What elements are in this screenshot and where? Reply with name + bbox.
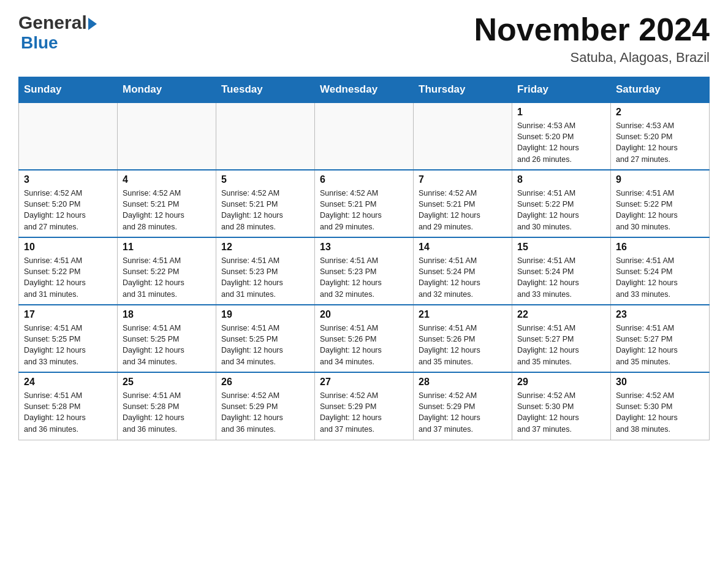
day-number: 3 (24, 174, 112, 185)
day-number: 11 (123, 242, 211, 253)
day-info: Sunrise: 4:51 AM Sunset: 5:22 PM Dayligh… (123, 255, 211, 300)
day-number: 28 (419, 377, 507, 388)
calendar-cell: 8Sunrise: 4:51 AM Sunset: 5:22 PM Daylig… (512, 170, 611, 237)
day-info: Sunrise: 4:51 AM Sunset: 5:22 PM Dayligh… (24, 255, 112, 300)
day-number: 23 (616, 309, 704, 320)
day-header-tuesday: Tuesday (216, 77, 315, 103)
calendar-cell: 28Sunrise: 4:52 AM Sunset: 5:29 PM Dayli… (414, 372, 512, 440)
day-info: Sunrise: 4:51 AM Sunset: 5:22 PM Dayligh… (517, 188, 605, 232)
day-info: Sunrise: 4:52 AM Sunset: 5:29 PM Dayligh… (320, 390, 408, 435)
day-info: Sunrise: 4:52 AM Sunset: 5:21 PM Dayligh… (419, 188, 507, 232)
day-number: 25 (123, 377, 211, 388)
calendar-cell: 4Sunrise: 4:52 AM Sunset: 5:21 PM Daylig… (118, 170, 216, 237)
day-info: Sunrise: 4:52 AM Sunset: 5:30 PM Dayligh… (616, 390, 704, 435)
location-title: Satuba, Alagoas, Brazil (474, 50, 710, 66)
day-number: 13 (320, 242, 408, 253)
day-number: 8 (517, 174, 605, 185)
day-info: Sunrise: 4:52 AM Sunset: 5:30 PM Dayligh… (517, 390, 605, 435)
day-info: Sunrise: 4:51 AM Sunset: 5:22 PM Dayligh… (616, 188, 704, 232)
day-number: 26 (221, 377, 309, 388)
day-number: 27 (320, 377, 408, 388)
logo-arrow-icon (88, 18, 97, 30)
calendar-cell (315, 102, 414, 170)
day-number: 14 (419, 242, 507, 253)
day-info: Sunrise: 4:51 AM Sunset: 5:24 PM Dayligh… (419, 255, 507, 300)
day-info: Sunrise: 4:51 AM Sunset: 5:24 PM Dayligh… (517, 255, 605, 300)
calendar-cell: 7Sunrise: 4:52 AM Sunset: 5:21 PM Daylig… (414, 170, 512, 237)
calendar-cell: 27Sunrise: 4:52 AM Sunset: 5:29 PM Dayli… (315, 372, 414, 440)
day-info: Sunrise: 4:52 AM Sunset: 5:29 PM Dayligh… (221, 390, 309, 435)
day-number: 12 (221, 242, 309, 253)
day-info: Sunrise: 4:51 AM Sunset: 5:25 PM Dayligh… (221, 323, 309, 367)
calendar-cell: 5Sunrise: 4:52 AM Sunset: 5:21 PM Daylig… (216, 170, 315, 237)
calendar-header-row: SundayMondayTuesdayWednesdayThursdayFrid… (19, 77, 710, 103)
calendar-cell: 22Sunrise: 4:51 AM Sunset: 5:27 PM Dayli… (512, 305, 611, 372)
week-row: 10Sunrise: 4:51 AM Sunset: 5:22 PM Dayli… (19, 237, 710, 305)
calendar-cell: 29Sunrise: 4:52 AM Sunset: 5:30 PM Dayli… (512, 372, 611, 440)
day-info: Sunrise: 4:51 AM Sunset: 5:25 PM Dayligh… (24, 323, 112, 367)
calendar-cell: 9Sunrise: 4:51 AM Sunset: 5:22 PM Daylig… (611, 170, 710, 237)
logo-blue-text: Blue (21, 33, 58, 52)
day-info: Sunrise: 4:51 AM Sunset: 5:26 PM Dayligh… (419, 323, 507, 367)
day-info: Sunrise: 4:51 AM Sunset: 5:28 PM Dayligh… (24, 390, 112, 435)
day-info: Sunrise: 4:52 AM Sunset: 5:21 PM Dayligh… (123, 188, 211, 232)
day-number: 24 (24, 377, 112, 388)
day-number: 2 (616, 107, 704, 118)
day-info: Sunrise: 4:51 AM Sunset: 5:26 PM Dayligh… (320, 323, 408, 367)
calendar-cell: 15Sunrise: 4:51 AM Sunset: 5:24 PM Dayli… (512, 237, 611, 305)
day-number: 16 (616, 242, 704, 253)
day-number: 9 (616, 174, 704, 185)
week-row: 17Sunrise: 4:51 AM Sunset: 5:25 PM Dayli… (19, 305, 710, 372)
calendar-cell: 14Sunrise: 4:51 AM Sunset: 5:24 PM Dayli… (414, 237, 512, 305)
day-number: 15 (517, 242, 605, 253)
day-number: 30 (616, 377, 704, 388)
day-number: 20 (320, 309, 408, 320)
calendar-cell: 11Sunrise: 4:51 AM Sunset: 5:22 PM Dayli… (118, 237, 216, 305)
day-number: 18 (123, 309, 211, 320)
calendar-cell: 20Sunrise: 4:51 AM Sunset: 5:26 PM Dayli… (315, 305, 414, 372)
calendar-cell: 1Sunrise: 4:53 AM Sunset: 5:20 PM Daylig… (512, 102, 611, 170)
calendar-cell: 18Sunrise: 4:51 AM Sunset: 5:25 PM Dayli… (118, 305, 216, 372)
calendar-cell: 12Sunrise: 4:51 AM Sunset: 5:23 PM Dayli… (216, 237, 315, 305)
day-number: 1 (517, 107, 605, 118)
day-number: 10 (24, 242, 112, 253)
day-info: Sunrise: 4:53 AM Sunset: 5:20 PM Dayligh… (616, 120, 704, 165)
day-number: 19 (221, 309, 309, 320)
day-info: Sunrise: 4:52 AM Sunset: 5:20 PM Dayligh… (24, 188, 112, 232)
calendar-table: SundayMondayTuesdayWednesdayThursdayFrid… (18, 77, 710, 440)
title-area: November 2024 Satuba, Alagoas, Brazil (474, 12, 710, 66)
calendar-cell: 24Sunrise: 4:51 AM Sunset: 5:28 PM Dayli… (19, 372, 118, 440)
day-header-monday: Monday (118, 77, 216, 103)
day-info: Sunrise: 4:51 AM Sunset: 5:25 PM Dayligh… (123, 323, 211, 367)
day-info: Sunrise: 4:51 AM Sunset: 5:27 PM Dayligh… (517, 323, 605, 367)
calendar-cell (118, 102, 216, 170)
calendar-cell: 2Sunrise: 4:53 AM Sunset: 5:20 PM Daylig… (611, 102, 710, 170)
day-number: 17 (24, 309, 112, 320)
day-header-saturday: Saturday (611, 77, 710, 103)
day-info: Sunrise: 4:52 AM Sunset: 5:29 PM Dayligh… (419, 390, 507, 435)
calendar-cell: 19Sunrise: 4:51 AM Sunset: 5:25 PM Dayli… (216, 305, 315, 372)
day-number: 6 (320, 174, 408, 185)
day-number: 4 (123, 174, 211, 185)
calendar-cell: 16Sunrise: 4:51 AM Sunset: 5:24 PM Dayli… (611, 237, 710, 305)
calendar-cell: 23Sunrise: 4:51 AM Sunset: 5:27 PM Dayli… (611, 305, 710, 372)
calendar-cell: 13Sunrise: 4:51 AM Sunset: 5:23 PM Dayli… (315, 237, 414, 305)
logo: General Blue (18, 12, 97, 53)
day-number: 22 (517, 309, 605, 320)
calendar-cell (414, 102, 512, 170)
calendar-cell: 3Sunrise: 4:52 AM Sunset: 5:20 PM Daylig… (19, 170, 118, 237)
day-number: 5 (221, 174, 309, 185)
calendar-cell: 26Sunrise: 4:52 AM Sunset: 5:29 PM Dayli… (216, 372, 315, 440)
day-header-wednesday: Wednesday (315, 77, 414, 103)
day-info: Sunrise: 4:51 AM Sunset: 5:28 PM Dayligh… (123, 390, 211, 435)
day-info: Sunrise: 4:51 AM Sunset: 5:23 PM Dayligh… (221, 255, 309, 300)
logo-general-text: General (18, 12, 87, 33)
day-info: Sunrise: 4:52 AM Sunset: 5:21 PM Dayligh… (221, 188, 309, 232)
header: General Blue November 2024 Satuba, Alago… (18, 12, 710, 66)
day-info: Sunrise: 4:51 AM Sunset: 5:24 PM Dayligh… (616, 255, 704, 300)
calendar-cell: 21Sunrise: 4:51 AM Sunset: 5:26 PM Dayli… (414, 305, 512, 372)
calendar-cell (19, 102, 118, 170)
week-row: 1Sunrise: 4:53 AM Sunset: 5:20 PM Daylig… (19, 102, 710, 170)
calendar-cell: 25Sunrise: 4:51 AM Sunset: 5:28 PM Dayli… (118, 372, 216, 440)
day-header-thursday: Thursday (414, 77, 512, 103)
